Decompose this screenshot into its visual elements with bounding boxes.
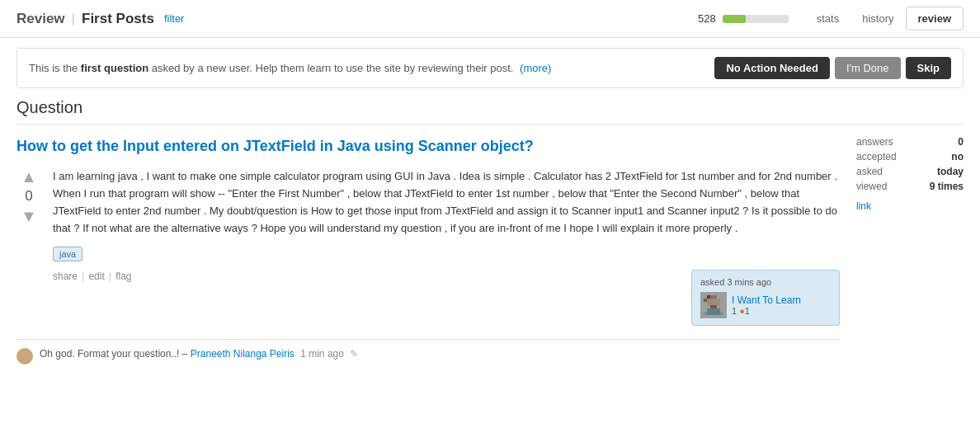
user-card: asked 3 mins ago: [691, 270, 840, 326]
comment-body: Oh god. Format your question..! –: [40, 348, 187, 360]
page-title: First Posts: [82, 11, 154, 27]
accepted-value: no: [951, 151, 964, 162]
notice-bar: This is the first question asked by a ne…: [16, 48, 964, 88]
stat-asked: asked today: [856, 166, 964, 177]
accepted-label: accepted: [856, 151, 897, 162]
asked-value: today: [937, 166, 964, 177]
notice-more-link[interactable]: (more): [520, 62, 551, 74]
action-links: share | edit | flag: [53, 270, 132, 282]
viewed-label: viewed: [856, 181, 887, 192]
stat-answers: answers 0: [856, 136, 964, 148]
vote-down-button[interactable]: ▼: [21, 208, 37, 224]
svg-rect-2: [710, 295, 717, 299]
user-name-rep: I Want To Learn 1 ●1: [732, 294, 801, 316]
answers-label: answers: [856, 136, 893, 148]
user-badge: ●: [739, 306, 745, 316]
stat-accepted: accepted no: [856, 151, 964, 162]
edit-link[interactable]: edit: [88, 271, 104, 282]
svg-rect-7: [704, 312, 707, 315]
header-separator: |: [72, 11, 75, 27]
no-action-button[interactable]: No Action Needed: [714, 57, 829, 79]
svg-rect-4: [707, 299, 720, 305]
sidebar-link[interactable]: link: [856, 200, 964, 212]
separator-2: |: [109, 270, 111, 282]
notice-text-end: asked by a new user. Help them learn to …: [148, 62, 513, 74]
question-title[interactable]: How to get the Input entered on JTextFie…: [16, 136, 840, 157]
tab-stats[interactable]: stats: [805, 7, 850, 30]
separator-1: |: [82, 270, 84, 282]
post-footer: share | edit | flag asked 3 mins ago: [53, 270, 840, 326]
notice-text-start: This is the: [29, 62, 81, 74]
vote-and-body: ▲ 0 ▼ I am learning java , I want to mak…: [16, 168, 840, 237]
flag-link[interactable]: flag: [115, 271, 131, 282]
notice-bold-text: first question: [81, 62, 148, 74]
main-content: Question How to get the Input entered on…: [0, 98, 980, 365]
comment-area: Oh god. Format your question..! – Pranee…: [16, 339, 840, 365]
svg-rect-6: [707, 308, 720, 315]
vote-count: 0: [25, 188, 32, 205]
vote-up-button[interactable]: ▲: [21, 168, 37, 185]
commenter-avatar: [16, 348, 33, 365]
filter-link[interactable]: filter: [164, 12, 185, 25]
svg-rect-8: [720, 312, 723, 315]
tag-java[interactable]: java: [53, 247, 82, 261]
progress-bar-background: [723, 15, 789, 23]
nav-tabs: stats history review: [805, 7, 964, 31]
tags-area: java: [53, 247, 840, 261]
question-main: How to get the Input entered on JTextFie…: [16, 136, 840, 365]
svg-rect-3: [704, 299, 707, 302]
progress-count: 528: [698, 12, 716, 25]
answers-value: 0: [958, 136, 964, 148]
share-link[interactable]: share: [53, 271, 78, 282]
tab-review[interactable]: review: [906, 7, 964, 31]
user-rep: 1 ●1: [732, 306, 801, 316]
svg-rect-5: [710, 305, 717, 308]
comment-time: 1 min ago: [300, 348, 344, 360]
review-label: Review: [16, 11, 65, 27]
user-rep-value: 1: [732, 306, 737, 316]
user-info: I Want To Learn 1 ●1: [700, 292, 831, 318]
progress-area: 528: [698, 12, 789, 25]
tab-history[interactable]: history: [850, 7, 905, 30]
skip-button[interactable]: Skip: [906, 57, 951, 79]
comment-author[interactable]: Praneeth Nilanga Peiris: [191, 348, 294, 360]
svg-rect-1: [707, 295, 710, 299]
question-sidebar: answers 0 accepted no asked today viewed…: [856, 136, 964, 365]
notice-buttons: No Action Needed I'm Done Skip: [714, 57, 951, 79]
question-area: How to get the Input entered on JTextFie…: [16, 136, 964, 365]
user-card-time: asked 3 mins ago: [700, 277, 831, 287]
im-done-button[interactable]: I'm Done: [835, 57, 901, 79]
question-body: I am learning java , I want to make one …: [53, 168, 840, 237]
comment-edit-icon[interactable]: ✎: [350, 348, 358, 360]
vote-area: ▲ 0 ▼: [16, 168, 41, 237]
comment-text: Oh god. Format your question..! – Pranee…: [40, 348, 358, 360]
progress-bar-fill: [723, 15, 746, 23]
stat-viewed: viewed 9 times: [856, 181, 964, 192]
user-name[interactable]: I Want To Learn: [732, 294, 801, 306]
viewed-value: 9 times: [930, 181, 964, 192]
user-badge-count: 1: [745, 306, 750, 316]
notice-text: This is the first question asked by a ne…: [29, 62, 714, 74]
header-bar: Review | First Posts filter 528 stats hi…: [0, 0, 980, 38]
asked-label: asked: [856, 166, 883, 177]
section-label: Question: [16, 98, 964, 125]
user-avatar: [700, 292, 727, 318]
